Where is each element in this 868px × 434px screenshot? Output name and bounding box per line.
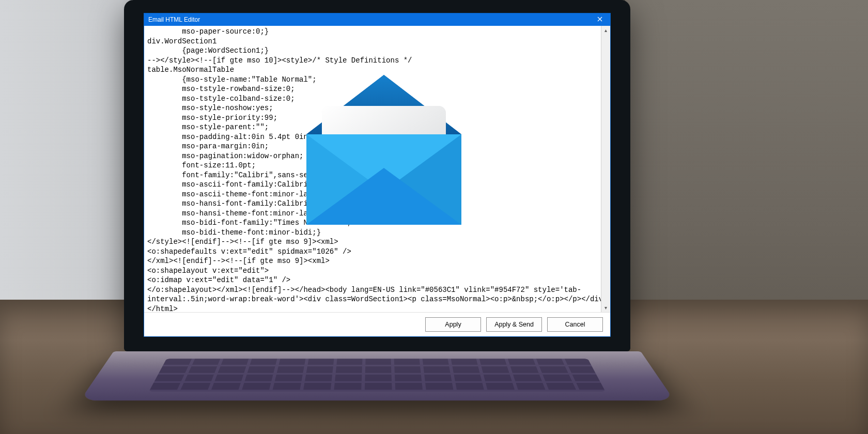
vertical-scrollbar[interactable]: ▴ ▾ <box>601 26 610 312</box>
apply-and-send-button[interactable]: Apply & Send <box>486 317 542 332</box>
html-code-editor[interactable]: mso-paper-source:0;} div.WordSection1 {p… <box>144 26 601 312</box>
laptop-screen: Email HTML Editor mso-paper-source:0;} d… <box>144 13 611 337</box>
window-pane <box>0 0 145 331</box>
laptop-keyboard <box>80 351 675 400</box>
editor-window: Email HTML Editor mso-paper-source:0;} d… <box>144 13 611 337</box>
apply-button[interactable]: Apply <box>425 317 481 332</box>
cancel-button[interactable]: Cancel <box>547 317 603 332</box>
laptop: Email HTML Editor mso-paper-source:0;} d… <box>124 0 630 434</box>
button-bar: Apply Apply & Send Cancel <box>144 312 610 336</box>
close-button[interactable] <box>590 13 610 26</box>
scroll-down-arrow[interactable]: ▾ <box>601 303 610 312</box>
scroll-up-arrow[interactable]: ▴ <box>601 26 610 35</box>
laptop-bezel: Email HTML Editor mso-paper-source:0;} d… <box>124 0 630 351</box>
window-title: Email HTML Editor <box>148 16 200 23</box>
close-icon <box>597 16 602 23</box>
editor-area: mso-paper-source:0;} div.WordSection1 {p… <box>144 26 610 312</box>
keyboard-keys <box>149 359 606 391</box>
titlebar[interactable]: Email HTML Editor <box>144 13 610 26</box>
